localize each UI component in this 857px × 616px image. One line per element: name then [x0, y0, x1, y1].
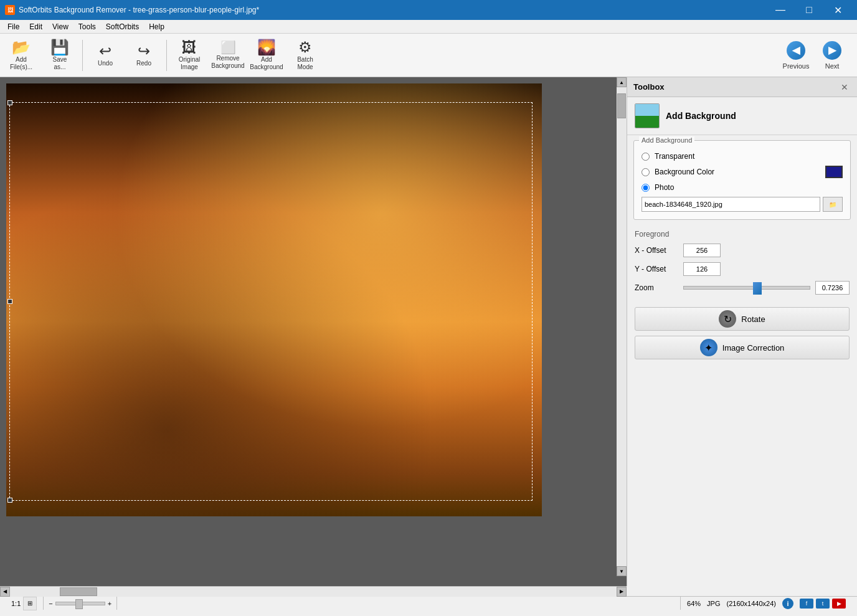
menu-view[interactable]: View [47, 21, 73, 32]
menu-edit[interactable]: Edit [24, 21, 47, 32]
background-color-option-row: Background Color [642, 166, 843, 178]
add-background-title: Add Background [666, 111, 736, 121]
rotate-icon: ↻ [719, 310, 736, 328]
zoom-minus-icon[interactable]: − [49, 600, 52, 607]
browse-button[interactable]: 📁 [823, 197, 843, 212]
redo-label: Redo [136, 60, 151, 67]
zoom-control: − + [44, 597, 117, 610]
foreground-section: Foregrond X - Offset Y - Offset Zoom 0.7… [627, 225, 857, 305]
menu-help[interactable]: Help [144, 21, 169, 32]
original-image-button[interactable]: 🖼 OriginalImage [171, 36, 208, 75]
scroll-left-button[interactable]: ◀ [0, 587, 10, 597]
original-image-label: OriginalImage [179, 56, 200, 71]
add-background-group: Add Background Transparent Background Co… [633, 140, 851, 220]
toolbox-close-button[interactable]: ✕ [838, 81, 851, 93]
redo-icon: ↪ [138, 44, 150, 59]
previous-button[interactable]: ◀ Previous [779, 36, 813, 75]
photo-label: Photo [655, 183, 674, 192]
toolbox-title: Toolbox [633, 82, 665, 92]
add-bg-label: AddBackground [250, 56, 283, 71]
x-offset-input[interactable] [683, 244, 721, 257]
photo-option-row: Photo [642, 183, 843, 192]
image-correction-button[interactable]: ✦ Image Correction [635, 336, 850, 359]
image-dimensions: (2160x1440x24) [726, 600, 776, 607]
scroll-track-v[interactable] [617, 87, 627, 566]
minimize-button[interactable]: — [766, 0, 795, 20]
transparent-radio[interactable] [642, 153, 650, 161]
social-buttons: f t ▶ [800, 599, 846, 609]
toolbox-header: Toolbox ✕ [627, 77, 857, 97]
close-button[interactable]: ✕ [823, 0, 852, 20]
x-offset-row: X - Offset [635, 244, 850, 257]
zoom-slider[interactable] [683, 286, 810, 290]
vertical-scrollbar[interactable]: ▲ ▼ [617, 77, 627, 576]
facebook-button[interactable]: f [800, 599, 813, 609]
scroll-thumb-v[interactable] [617, 93, 626, 118]
transparent-option-row: Transparent [642, 152, 843, 161]
menu-softorbits[interactable]: SoftOrbits [101, 21, 144, 32]
canvas-image [6, 83, 542, 516]
title-bar-left: 🖼 SoftOrbits Background Remover - tree-g… [5, 5, 259, 15]
y-offset-input[interactable] [683, 262, 721, 276]
zoom-thumb[interactable] [753, 282, 762, 295]
toolbox-panel: Toolbox ✕ Add Background Add Background … [627, 77, 857, 586]
canvas-image-background [6, 83, 542, 516]
scroll-right-button[interactable]: ▶ [617, 587, 627, 597]
remove-background-button[interactable]: ⬜ RemoveBackground [209, 36, 247, 75]
remove-bg-icon: ⬜ [220, 41, 236, 54]
add-bg-icon: 🌄 [257, 40, 276, 55]
batch-icon: ⚙ [298, 40, 312, 55]
rotate-button[interactable]: ↻ Rotate [635, 307, 850, 331]
photo-filename-input[interactable] [642, 197, 820, 212]
action-buttons: ↻ Rotate ✦ Image Correction [627, 305, 857, 367]
image-correction-icon: ✦ [700, 339, 717, 356]
redo-button[interactable]: ↪ Redo [125, 36, 163, 75]
add-background-button[interactable]: 🌄 AddBackground [248, 36, 285, 75]
background-color-swatch[interactable] [825, 166, 843, 178]
add-background-header: Add Background [627, 97, 857, 135]
zoom-value: 0.7236 [815, 281, 850, 295]
toolbar-separator-1 [82, 40, 83, 71]
scroll-thumb-h[interactable] [60, 587, 97, 596]
zoom-label: Zoom [635, 283, 678, 292]
remove-bg-label: RemoveBackground [211, 55, 244, 70]
menu-file[interactable]: File [2, 21, 24, 32]
transparent-label: Transparent [655, 152, 694, 161]
save-as-label: Saveas... [53, 56, 67, 71]
original-image-icon: 🖼 [182, 40, 197, 55]
zoom-row: Zoom 0.7236 [635, 281, 850, 295]
undo-button[interactable]: ↩ Undo [87, 36, 124, 75]
x-offset-label: X - Offset [635, 246, 678, 255]
add-background-options: Transparent Background Color Photo 📁 [634, 149, 850, 219]
add-files-button[interactable]: 📂 AddFile(s)... [2, 36, 40, 75]
toolbar-nav: ◀ Previous ▶ Next [779, 36, 855, 75]
add-background-icon [635, 103, 660, 128]
maximize-button[interactable]: □ [795, 0, 823, 20]
window-title: SoftOrbits Background Remover - tree-gra… [19, 6, 259, 14]
canvas-area[interactable]: ▲ ▼ [0, 77, 627, 586]
rotate-label: Rotate [741, 315, 765, 324]
zoom-ratio-section: 1:1 ⊞ [5, 597, 44, 610]
youtube-button[interactable]: ▶ [832, 599, 846, 609]
info-button[interactable]: i [782, 598, 793, 609]
photo-radio[interactable] [642, 184, 650, 192]
menu-tools[interactable]: Tools [73, 21, 101, 32]
batch-label: BatchMode [297, 56, 313, 71]
zoom-level-thumb[interactable] [75, 599, 83, 609]
horizontal-scrollbar[interactable]: ◀ ▶ [0, 586, 627, 596]
zoom-level-slider[interactable] [55, 602, 105, 605]
zoom-plus-icon[interactable]: + [108, 600, 111, 607]
scroll-up-button[interactable]: ▲ [617, 77, 627, 87]
save-as-button[interactable]: 💾 Saveas... [41, 36, 78, 75]
scroll-down-button[interactable]: ▼ [617, 566, 627, 576]
add-files-label: AddFile(s)... [10, 56, 32, 71]
file-format: JPG [707, 600, 720, 607]
previous-label: Previous [783, 62, 810, 70]
twitter-button[interactable]: t [816, 599, 830, 609]
batch-mode-button[interactable]: ⚙ BatchMode [286, 36, 324, 75]
next-button[interactable]: ▶ Next [815, 36, 850, 75]
foreground-label: Foregrond [635, 230, 850, 239]
undo-icon: ↩ [99, 44, 111, 59]
scroll-track-h[interactable] [10, 587, 617, 597]
background-color-radio[interactable] [642, 168, 650, 176]
